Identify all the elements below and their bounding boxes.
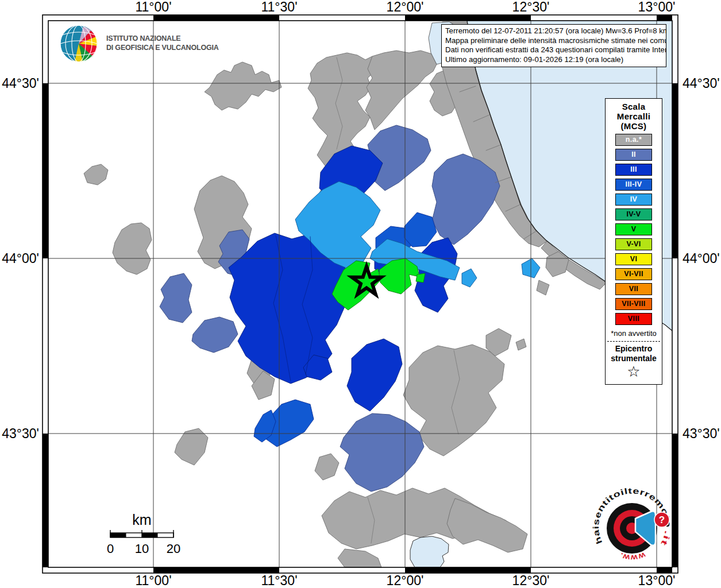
scale-bar: km 0 10 20 — [107, 512, 180, 556]
legend-swatch-na: n.a.* — [615, 134, 652, 146]
legend-title-line1: Scala — [606, 102, 662, 111]
legend-swatch-label: VIII — [628, 315, 639, 323]
legend-swatch-iii: III — [615, 164, 652, 176]
axis-label: 12°30' — [512, 573, 550, 588]
axis-label: 44°30' — [683, 76, 720, 91]
muni-ii — [192, 317, 238, 353]
axis-label: 12°00' — [387, 0, 424, 14]
muni-iv — [462, 269, 477, 287]
ingv-name-line2: DI GEOFISICA E VULCANOLOGIA — [106, 44, 219, 52]
axis-label: 13°00' — [638, 0, 676, 14]
muni-na — [175, 428, 208, 465]
scale-tick-label: 0 — [107, 541, 114, 556]
info-line-data-source: Dati non verificati estratti da 243 ques… — [445, 45, 662, 55]
legend-swatch-viii: VIII — [615, 313, 652, 325]
legend: Scala Mercalli (MCS) n.a.* II III III-IV… — [605, 98, 662, 385]
legend-swatch-label: III-IV — [626, 180, 642, 188]
lake-trasimeno — [410, 536, 449, 567]
axis-label: 11°30' — [261, 573, 297, 588]
muni-na — [537, 280, 549, 295]
muni-ii — [340, 413, 424, 492]
legend-swatch-label: n.a.* — [626, 136, 642, 144]
legend-swatch-label: III — [630, 165, 637, 173]
legend-swatch-label: VI — [630, 255, 638, 263]
muni-na — [315, 454, 339, 480]
legend-swatch-label: V-VI — [626, 240, 641, 248]
legend-swatch-v: V — [615, 223, 652, 235]
hsit-logo: haisentitoilterremoto .it www. ? — [591, 486, 673, 563]
axis-label: 12°00' — [387, 573, 424, 588]
axis-label: 11°00' — [135, 0, 171, 14]
muni-na — [365, 51, 438, 130]
seismic-intensity-map-page: 11°00' 11°30' 12°00' 12°30' 13°00' 11°00… — [0, 0, 721, 588]
ingv-logo: ISTITUTO NAZIONALE DI GEOFISICA E VULCAN… — [60, 25, 219, 62]
muni-iii — [347, 339, 402, 411]
legend-swatch-iv: IV — [615, 194, 652, 206]
muni-na — [447, 498, 527, 552]
svg-text:.it: .it — [659, 530, 673, 548]
axis-label: 13°00' — [638, 573, 676, 588]
muni-na — [338, 549, 381, 567]
legend-epicenter-line2: strumentale — [606, 354, 662, 363]
legend-swatch-label: IV-V — [626, 210, 641, 218]
axis-label: 43°30' — [683, 426, 720, 441]
earthquake-info-box: Terremoto del 12-07-2011 21:20:57 (ora l… — [441, 24, 666, 67]
legend-footnote: *non avvertito — [606, 329, 662, 338]
axis-label: 44°00' — [683, 251, 720, 266]
legend-swatch-label: V — [631, 225, 637, 233]
hsit-question-mark: ? — [659, 514, 665, 525]
legend-epicenter-line1: Epicentro — [606, 344, 662, 354]
ingv-name-line1: ISTITUTO NAZIONALE — [106, 34, 181, 42]
muni-na — [84, 164, 108, 185]
legend-swatch-v-vi: V-VI — [615, 238, 652, 250]
scale-unit-label: km — [132, 512, 151, 528]
legend-divider — [607, 341, 660, 342]
legend-swatch-vi: VI — [615, 253, 652, 265]
legend-swatch-label: II — [631, 150, 636, 158]
muni-na — [113, 223, 152, 274]
axis-label: 11°00' — [135, 573, 171, 588]
axis-label: 12°30' — [512, 0, 550, 14]
legend-swatch-vii-viii: VII-VIII — [615, 298, 652, 310]
muni-iii-iv — [404, 212, 437, 247]
axis-label: 44°30' — [2, 76, 39, 91]
axis-label: 43°30' — [2, 426, 39, 441]
muni-v — [416, 273, 425, 283]
legend-title-line2: Mercalli — [606, 111, 662, 121]
info-line-event: Terremoto del 12-07-2011 21:20:57 (ora l… — [445, 26, 662, 36]
legend-swatch-label: VII — [629, 285, 638, 293]
scale-tick-label: 20 — [167, 541, 180, 556]
legend-title-line3: (MCS) — [606, 121, 662, 131]
legend-epicenter-star-icon: ☆ — [606, 363, 662, 380]
legend-swatch-label: VI-VII — [624, 270, 643, 278]
legend-swatch-label: VII-VIII — [622, 300, 645, 308]
axis-label: 44°00' — [2, 251, 39, 266]
legend-swatch-ii: II — [615, 149, 652, 161]
legend-swatch-label: IV — [630, 195, 638, 203]
muni-ii — [160, 273, 192, 323]
info-line-map-type: Mappa preliminare delle intensità macros… — [445, 36, 662, 46]
muni-na — [516, 339, 526, 350]
info-line-updated: Ultimo aggiornamento: 09-01-2026 12:19 (… — [445, 55, 662, 65]
hsit-arc-suffix: .it — [659, 530, 673, 548]
legend-swatch-vii: VII — [615, 283, 652, 295]
axis-label: 11°30' — [261, 0, 297, 14]
muni-na — [205, 62, 282, 110]
legend-swatch-vi-vii: VI-VII — [615, 268, 652, 280]
legend-swatch-iv-v: IV-V — [615, 208, 652, 220]
legend-swatch-iii-iv: III-IV — [615, 179, 652, 191]
scale-tick-label: 10 — [135, 541, 149, 556]
